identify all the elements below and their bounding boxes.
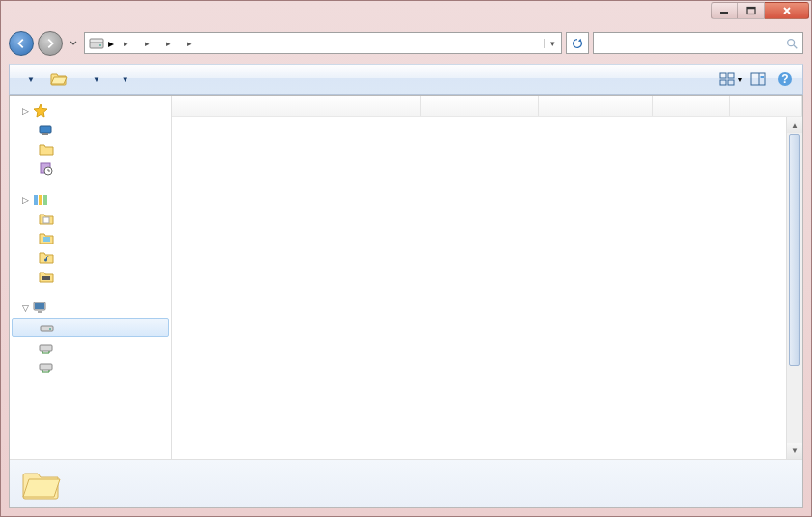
details-folder-icon <box>21 464 62 504</box>
drive-icon <box>88 35 105 52</box>
minimize-button[interactable] <box>711 2 738 19</box>
svg-rect-8 <box>720 73 726 78</box>
svg-rect-12 <box>751 73 765 85</box>
recent-icon <box>39 161 54 177</box>
explorer-window: ▸ ▸ ▸ ▸ ▸ ▾ ▼ ▼ ▼ ▼ ? <box>0 0 812 517</box>
svg-rect-9 <box>728 73 734 78</box>
pictures-icon <box>39 231 54 246</box>
preview-pane-button[interactable] <box>744 67 771 92</box>
nav-group-libraries: ▷ <box>10 190 171 287</box>
nav-group-computer: ▽ <box>10 299 171 376</box>
svg-rect-14 <box>761 76 765 78</box>
breadcrumb-windows[interactable]: ▸ <box>135 33 156 53</box>
svg-rect-33 <box>40 364 52 370</box>
scroll-down-button[interactable]: ▼ <box>787 443 802 459</box>
details-pane <box>10 459 802 507</box>
nav-network-drive-2[interactable] <box>10 357 171 376</box>
open-button[interactable] <box>42 67 79 92</box>
libraries-icon <box>33 192 48 208</box>
open-folder-icon <box>50 71 68 88</box>
file-list-pane: ▲ ▼ <box>172 96 802 459</box>
column-size[interactable] <box>653 96 730 116</box>
include-in-library-menu[interactable]: ▼ <box>79 67 108 92</box>
back-button[interactable] <box>9 31 34 56</box>
drive-icon <box>40 320 55 335</box>
close-button[interactable] <box>765 2 809 19</box>
svg-rect-21 <box>34 195 38 205</box>
star-icon <box>33 103 48 119</box>
videos-icon <box>39 270 54 285</box>
nav-music[interactable] <box>10 248 171 268</box>
nav-computer-header[interactable]: ▽ <box>10 299 171 318</box>
svg-rect-22 <box>39 195 42 205</box>
maximize-button[interactable] <box>738 2 765 19</box>
svg-rect-30 <box>41 326 53 331</box>
nav-favorites-header[interactable]: ▷ <box>10 101 171 121</box>
address-bar-row: ▸ ▸ ▸ ▸ ▸ ▾ <box>9 28 803 58</box>
column-spacer <box>730 96 802 116</box>
network-drive-icon <box>39 339 54 355</box>
nav-local-disk[interactable] <box>12 318 169 337</box>
svg-rect-28 <box>35 303 44 309</box>
svg-rect-10 <box>720 80 726 85</box>
search-icon <box>785 37 798 50</box>
svg-point-31 <box>49 328 51 330</box>
command-bar: ▼ ▼ ▼ ▼ ? <box>9 64 803 95</box>
svg-rect-32 <box>40 345 52 351</box>
column-type[interactable] <box>539 96 653 116</box>
svg-line-7 <box>794 44 798 48</box>
column-name[interactable] <box>172 96 421 116</box>
folder-icon <box>39 142 54 158</box>
organize-menu[interactable]: ▼ <box>14 67 42 92</box>
search-box[interactable] <box>593 32 803 54</box>
svg-text:?: ? <box>781 72 788 86</box>
new-folder-button[interactable] <box>153 67 168 92</box>
nav-desktop[interactable] <box>10 121 171 140</box>
svg-rect-26 <box>42 276 50 280</box>
svg-rect-4 <box>90 39 103 43</box>
help-button[interactable]: ? <box>771 67 798 92</box>
navigation-pane: ▷ ▷ ▽ <box>10 96 172 459</box>
svg-rect-11 <box>728 80 734 85</box>
breadcrumb-disk[interactable]: ▸ <box>114 33 135 53</box>
nav-downloads[interactable] <box>10 140 171 159</box>
column-date[interactable] <box>421 96 539 116</box>
share-with-menu[interactable]: ▼ <box>108 67 137 92</box>
nav-recent[interactable] <box>10 159 171 179</box>
network-drive-icon <box>39 359 54 374</box>
refresh-button[interactable] <box>566 32 589 54</box>
svg-rect-23 <box>43 195 47 205</box>
forward-button[interactable] <box>38 31 63 56</box>
documents-icon <box>39 212 54 227</box>
address-bar[interactable]: ▸ ▸ ▸ ▸ ▸ ▾ <box>84 32 562 54</box>
nav-documents[interactable] <box>10 210 171 229</box>
svg-rect-17 <box>40 126 51 133</box>
svg-rect-18 <box>42 133 48 135</box>
recent-locations-dropdown[interactable] <box>67 34 80 53</box>
nav-network-drive-1[interactable] <box>10 337 171 357</box>
caption-buttons <box>711 2 809 19</box>
music-icon <box>39 250 54 266</box>
nav-group-favorites: ▷ <box>10 101 171 179</box>
file-rows[interactable] <box>172 117 802 459</box>
scrollbar[interactable]: ▲ ▼ <box>786 117 802 459</box>
svg-rect-24 <box>43 217 49 223</box>
breadcrumb-system32[interactable]: ▸ <box>156 33 178 53</box>
title-bar <box>1 1 811 28</box>
column-headers <box>172 96 802 117</box>
svg-point-5 <box>99 44 101 46</box>
computer-icon <box>33 301 48 316</box>
svg-rect-25 <box>43 237 50 242</box>
nav-libraries-header[interactable]: ▷ <box>10 190 171 210</box>
nav-videos[interactable] <box>10 268 171 287</box>
breadcrumb-drivers[interactable]: ▸ <box>178 33 199 53</box>
view-options-button[interactable]: ▼ <box>717 67 744 92</box>
scroll-thumb[interactable] <box>789 134 800 366</box>
burn-button[interactable] <box>137 67 153 92</box>
svg-rect-29 <box>38 311 42 313</box>
search-input[interactable] <box>598 36 785 51</box>
address-dropdown-icon[interactable]: ▾ <box>544 39 561 48</box>
content-area: ▷ ▷ ▽ <box>9 95 803 508</box>
nav-pictures[interactable] <box>10 229 171 248</box>
scroll-up-button[interactable]: ▲ <box>787 117 802 133</box>
